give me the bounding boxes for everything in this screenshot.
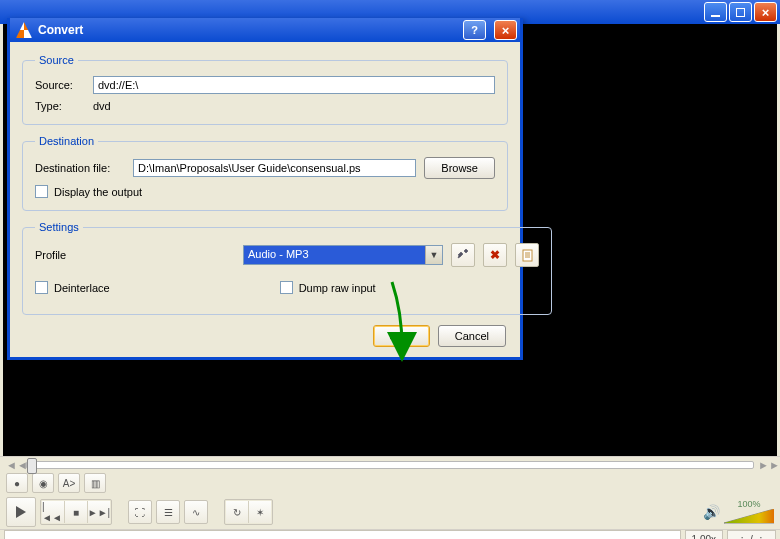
stop-button[interactable]: ■ bbox=[65, 501, 88, 523]
shuffle-button[interactable]: ✶ bbox=[249, 501, 271, 523]
time-display: --:--/--:-- bbox=[727, 530, 776, 539]
play-button[interactable] bbox=[6, 497, 36, 527]
status-text bbox=[4, 530, 681, 539]
display-output-label: Display the output bbox=[54, 186, 142, 198]
settings-legend: Settings bbox=[35, 221, 83, 233]
edit-profile-button[interactable] bbox=[451, 243, 475, 267]
player-controls: ◄◄ ►► ● ◉ A> ▥ |◄◄ ■ ►►| ⛶ ☰ ∿ bbox=[0, 456, 780, 539]
status-bar: 1.00x --:--/--:-- bbox=[0, 529, 780, 539]
seek-thumb[interactable] bbox=[27, 458, 37, 474]
nav-group: |◄◄ ■ ►►| bbox=[40, 499, 112, 525]
vlc-main-window: × ◄◄ ►► ● ◉ A> ▥ |◄◄ ■ ►►| bbox=[0, 0, 780, 539]
settings-group: Settings Profile Audio - MP3 ▼ ✖ bbox=[22, 221, 552, 315]
dialog-body: Source Source: Type: dvd Destination Des… bbox=[10, 42, 520, 357]
deinterlace-label: Deinterlace bbox=[54, 282, 110, 294]
speaker-icon[interactable]: 🔊 bbox=[703, 504, 720, 520]
playback-speed[interactable]: 1.00x bbox=[685, 530, 723, 539]
record-button[interactable]: ● bbox=[6, 473, 28, 493]
dialog-button-row: Start Cancel bbox=[22, 325, 508, 347]
new-profile-button[interactable] bbox=[515, 243, 539, 267]
display-output-checkbox[interactable]: Display the output bbox=[35, 185, 142, 198]
destination-group: Destination Destination file: Browse Dis… bbox=[22, 135, 508, 211]
profile-label: Profile bbox=[35, 249, 235, 261]
snapshot-button[interactable]: ◉ bbox=[32, 473, 54, 493]
type-label: Type: bbox=[35, 100, 85, 112]
source-legend: Source bbox=[35, 54, 78, 66]
dialog-titlebar: Convert ? × bbox=[10, 18, 520, 42]
source-label: Source: bbox=[35, 79, 85, 91]
minimize-button[interactable] bbox=[704, 2, 727, 22]
step-back-icon[interactable]: ◄◄ bbox=[6, 459, 22, 471]
volume-percent: 100% bbox=[737, 499, 760, 509]
browse-button[interactable]: Browse bbox=[424, 157, 495, 179]
source-group: Source Source: Type: dvd bbox=[22, 54, 508, 125]
profile-value: Audio - MP3 bbox=[244, 246, 425, 264]
svg-marker-0 bbox=[16, 506, 26, 518]
prev-button[interactable]: |◄◄ bbox=[42, 501, 65, 523]
checkbox-icon bbox=[35, 185, 48, 198]
svg-marker-2 bbox=[724, 509, 774, 523]
dump-raw-label: Dump raw input bbox=[299, 282, 376, 294]
atob-button[interactable]: A> bbox=[58, 473, 80, 493]
dialog-title: Convert bbox=[38, 23, 455, 37]
dest-file-label: Destination file: bbox=[35, 162, 125, 174]
checkbox-icon bbox=[280, 281, 293, 294]
delete-profile-button[interactable]: ✖ bbox=[483, 243, 507, 267]
frame-button[interactable]: ▥ bbox=[84, 473, 106, 493]
seek-row: ◄◄ ►► bbox=[0, 457, 780, 473]
ext-settings-button[interactable]: ∿ bbox=[184, 500, 208, 524]
destination-legend: Destination bbox=[35, 135, 98, 147]
type-value: dvd bbox=[93, 100, 111, 112]
playlist-button[interactable]: ☰ bbox=[156, 500, 180, 524]
deinterlace-checkbox[interactable]: Deinterlace bbox=[35, 281, 110, 294]
start-button[interactable]: Start bbox=[373, 325, 430, 347]
dialog-help-button[interactable]: ? bbox=[463, 20, 486, 40]
source-input[interactable] bbox=[93, 76, 495, 94]
volume-slider[interactable] bbox=[724, 509, 774, 525]
close-button[interactable]: × bbox=[754, 2, 777, 22]
volume-area: 🔊 100% bbox=[703, 499, 774, 525]
loop-group: ↻ ✶ bbox=[224, 499, 273, 525]
dialog-close-button[interactable]: × bbox=[494, 20, 517, 40]
profile-select[interactable]: Audio - MP3 ▼ bbox=[243, 245, 443, 265]
chevron-down-icon: ▼ bbox=[425, 246, 442, 264]
step-fwd-icon[interactable]: ►► bbox=[758, 459, 774, 471]
next-button[interactable]: ►►| bbox=[88, 501, 110, 523]
checkbox-icon bbox=[35, 281, 48, 294]
dump-raw-checkbox[interactable]: Dump raw input bbox=[280, 281, 376, 294]
dest-file-input[interactable] bbox=[133, 159, 416, 177]
fullscreen-button[interactable]: ⛶ bbox=[128, 500, 152, 524]
maximize-button[interactable] bbox=[729, 2, 752, 22]
seek-slider[interactable] bbox=[26, 461, 754, 469]
cancel-button[interactable]: Cancel bbox=[438, 325, 506, 347]
loop-button[interactable]: ↻ bbox=[226, 501, 249, 523]
vlc-cone-icon bbox=[16, 22, 32, 38]
convert-dialog: Convert ? × Source Source: Type: dvd Des… bbox=[7, 18, 523, 360]
